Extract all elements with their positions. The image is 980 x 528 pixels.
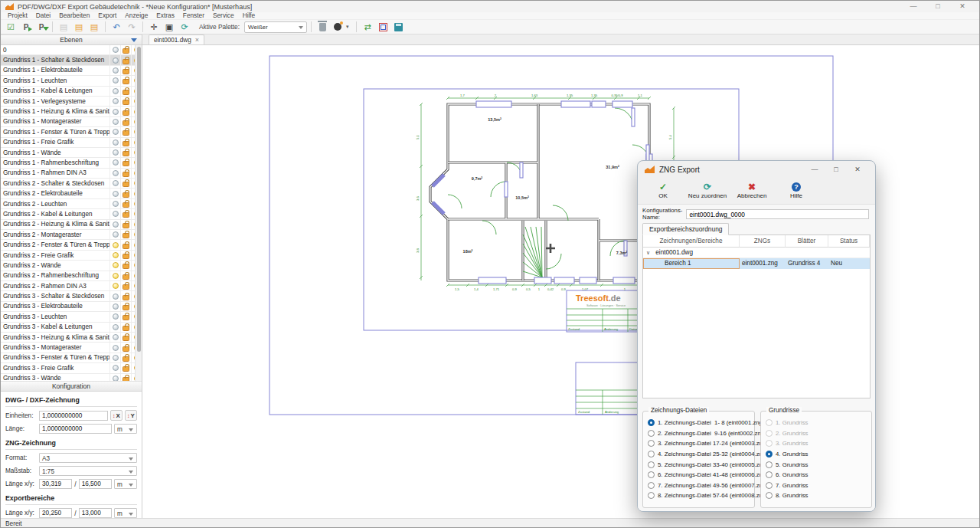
layer-visibility-cell[interactable] [109, 179, 120, 188]
palette-select[interactable]: Weißer Hintergrund [244, 21, 307, 33]
trash-icon[interactable] [315, 21, 329, 34]
layers-panel-header[interactable]: Ebenen [1, 34, 142, 45]
grundriss-radio[interactable]: 4. Grundriss [761, 449, 871, 460]
layer-visibility-cell[interactable] [109, 353, 120, 362]
doc-open-icon[interactable]: ▤ [72, 21, 86, 34]
layer-row[interactable]: Grundriss 1 - Rahmen DIN A3 [1, 169, 142, 179]
layer-lock-cell[interactable] [120, 333, 131, 342]
layer-visibility-cell[interactable] [109, 281, 120, 290]
table-row-bereich[interactable]: Bereich 1 eint0001.zng Grundriss 4 Neu [643, 258, 870, 269]
layer-row[interactable]: Grundriss 2 - Freie Grafik [1, 251, 142, 261]
ok-button[interactable]: ✓ OK [641, 182, 685, 199]
layer-row[interactable]: Grundriss 2 - Kabel & Leitungen [1, 209, 142, 219]
radio-icon[interactable] [648, 451, 655, 457]
col-header-zngs[interactable]: ZNGs [740, 235, 786, 248]
layer-row[interactable]: Grundriss 1 - Verlegesysteme [1, 97, 142, 107]
flip-y-button[interactable]: ↕Y [125, 410, 137, 421]
layer-visibility-cell[interactable] [109, 45, 120, 54]
minimize-button[interactable]: — [901, 1, 926, 12]
grundriss-radio[interactable]: 8. Grundriss [761, 490, 871, 501]
layer-row[interactable]: Grundriss 2 - Montageraster [1, 230, 142, 240]
radio-icon[interactable] [766, 419, 773, 426]
layer-visibility-cell[interactable] [109, 251, 120, 260]
layer-visibility-cell[interactable] [109, 189, 120, 198]
menu-item[interactable]: Anzeige [125, 12, 148, 19]
zeichnungs-datei-radio[interactable]: 7. Zeichnungs-Datei 49-56 (eint0007.zng) [643, 480, 754, 491]
abbrechen-button[interactable]: ✖ Abbrechen [730, 182, 774, 199]
layer-row[interactable]: Grundriss 3 - Schalter & Steckdosen [1, 291, 142, 301]
layer-row[interactable]: Grundriss 1 - Leuchten [1, 76, 142, 86]
grundriss-radio[interactable]: 3. Grundriss [761, 438, 871, 449]
crop-region-icon[interactable] [376, 21, 390, 34]
layer-lock-cell[interactable] [120, 66, 131, 75]
col-header-status[interactable]: Status [828, 235, 870, 248]
config-name-input[interactable] [686, 209, 869, 219]
layer-row[interactable]: Grundriss 3 - Wände [1, 374, 142, 382]
zeichnungs-datei-radio[interactable]: 3. Zeichnungs-Datei 17-24 (eint0003.zng) [643, 438, 754, 449]
layer-lock-cell[interactable] [120, 343, 131, 352]
layer-lock-cell[interactable] [120, 107, 131, 116]
layer-lock-cell[interactable] [120, 251, 131, 260]
dropdown-caret-icon[interactable]: ▾ [346, 24, 352, 30]
neu-zuordnen-button[interactable]: ⟳ Neu zuordnen [685, 182, 730, 199]
layer-visibility-cell[interactable] [109, 291, 120, 300]
radio-icon[interactable] [648, 440, 655, 447]
zeichnungs-datei-radio[interactable]: 8. Zeichnungs-Datei 57-64 (eint0008.zng) [643, 490, 754, 501]
layer-lock-cell[interactable] [120, 271, 131, 280]
layer-row[interactable]: Grundriss 3 - Heizung & Klima & Sanitär [1, 333, 142, 343]
purge-bomb-icon[interactable] [331, 21, 345, 34]
layer-row[interactable]: Grundriss 2 - Elektrobauteile [1, 189, 142, 198]
project-save-icon[interactable]: P [34, 21, 48, 34]
layer-lock-cell[interactable] [120, 209, 131, 218]
layer-visibility-cell[interactable] [109, 363, 120, 372]
laenge-y-input[interactable] [79, 479, 112, 489]
menu-item[interactable]: Datei [36, 12, 51, 19]
close-button[interactable]: ✕ [950, 1, 975, 12]
layer-visibility-cell[interactable] [109, 240, 120, 249]
layer-list-scrollbar[interactable] [135, 45, 142, 381]
layer-visibility-cell[interactable] [109, 374, 120, 382]
layer-visibility-cell[interactable] [109, 199, 120, 208]
layer-lock-cell[interactable] [120, 323, 131, 332]
layer-visibility-cell[interactable] [109, 261, 120, 270]
menu-item[interactable]: Extras [156, 12, 175, 19]
menu-item[interactable]: Projekt [8, 12, 28, 19]
layer-row[interactable]: Grundriss 1 - Heizung & Klima & Sanitär [1, 107, 142, 116]
export-y-input[interactable] [79, 508, 112, 518]
layer-lock-cell[interactable] [120, 97, 131, 106]
grundriss-radio[interactable]: 7. Grundriss [761, 480, 871, 491]
layer-lock-cell[interactable] [120, 189, 131, 198]
laenge-input[interactable] [39, 424, 112, 434]
layer-row[interactable]: Grundriss 3 - Montageraster [1, 343, 142, 353]
maximize-button[interactable]: □ [926, 1, 950, 12]
layer-row[interactable]: Grundriss 1 - Elektrobauteile [1, 66, 142, 76]
menu-item[interactable]: Fenster [183, 12, 204, 19]
layer-lock-cell[interactable] [120, 199, 131, 208]
radio-icon[interactable] [648, 471, 655, 478]
pan-icon[interactable]: ✛ [147, 21, 161, 34]
layer-visibility-cell[interactable] [109, 302, 120, 311]
radio-icon[interactable] [766, 430, 773, 437]
layer-visibility-cell[interactable] [109, 138, 120, 147]
layer-lock-cell[interactable] [120, 281, 131, 290]
layer-visibility-cell[interactable] [109, 323, 120, 332]
doc-save-icon[interactable]: ▤ [87, 21, 101, 34]
layer-row[interactable]: Grundriss 3 - Fenster & Türen & Treppen [1, 353, 142, 363]
layer-lock-cell[interactable] [120, 55, 131, 64]
layer-lock-cell[interactable] [120, 148, 131, 157]
layer-row[interactable]: Grundriss 2 - Leuchten [1, 199, 142, 209]
layer-visibility-cell[interactable] [109, 107, 120, 116]
laenge-xy-unit-select[interactable]: m [114, 479, 137, 489]
layer-lock-cell[interactable] [120, 76, 131, 85]
export-x-input[interactable] [39, 508, 72, 518]
grundriss-radio[interactable]: 2. Grundriss [761, 428, 871, 439]
layer-lock-cell[interactable] [120, 179, 131, 188]
radio-icon[interactable] [648, 430, 655, 437]
save-disk-icon[interactable] [391, 21, 405, 34]
layer-row[interactable]: Grundriss 1 - Fenster & Türen & Treppen [1, 127, 142, 137]
layer-row[interactable]: Grundriss 2 - Wände [1, 261, 142, 271]
flip-x-button[interactable]: ↕X [110, 410, 122, 421]
layer-lock-cell[interactable] [120, 291, 131, 300]
radio-icon[interactable] [648, 461, 655, 468]
massstab-select[interactable]: 1:75 [39, 466, 137, 476]
